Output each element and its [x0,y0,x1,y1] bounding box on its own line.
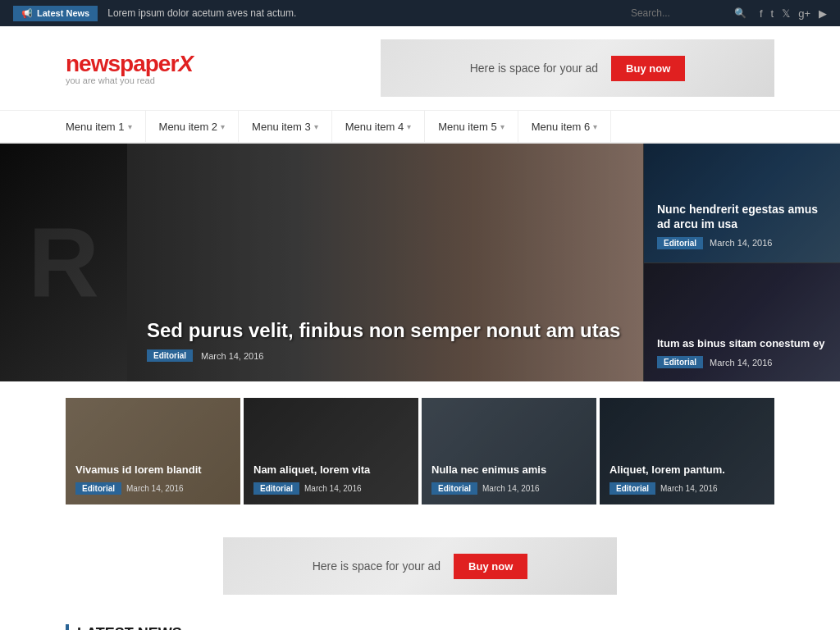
nav-label-6: Menu item 6 [532,121,591,133]
chevron-down-icon: ▾ [500,122,504,131]
hero-main-title: Sed purus velit, finibus non semper nonu… [147,317,623,343]
decorative-letter: R [28,206,99,319]
nav-label-5: Menu item 5 [438,121,497,133]
section-accent-bar [66,624,69,630]
ad-buy-now-button[interactable]: Buy now [454,554,527,579]
facebook-icon[interactable]: f [760,7,763,20]
megaphone-icon: 📢 [21,8,33,19]
card-2-title: Nam aliquet, lorem vita [253,463,409,477]
header-ad-text: Here is space for your ad [470,62,598,75]
chevron-down-icon: ▾ [221,122,225,131]
hero-right-top-article[interactable]: Nunc hendrerit egestas amus ad arcu im u… [643,144,840,263]
googleplus-icon[interactable]: g+ [798,7,810,20]
hero-right-bottom-content: Itum as binus sitam conestum ey Editoria… [657,337,827,368]
nav-label-1: Menu item 1 [66,121,125,133]
card-4-badge[interactable]: Editorial [609,482,655,495]
top-bar: 📢 Latest News Lorem ipsum dolor acetum a… [0,0,840,26]
site-header: newspaperX you are what you read Here is… [0,26,840,111]
card-4-content: Aliquet, lorem pantum. Editorial March 1… [609,463,765,495]
card-2-badge[interactable]: Editorial [253,482,299,495]
card-3-meta: Editorial March 14, 2016 [431,482,587,495]
chevron-down-icon: ▾ [407,122,411,131]
hero-section: R Sed purus velit, finibus non semper no… [0,144,840,381]
card-2-date: March 14, 2016 [304,484,362,493]
card-1-meta: Editorial March 14, 2016 [75,482,231,495]
logo-tagline: you are what you read [66,75,193,85]
hero-main-article[interactable]: Sed purus velit, finibus non semper nonu… [127,144,643,381]
hero-right-top-title: Nunc hendrerit egestas amus ad arcu im u… [657,202,827,231]
logo-wordmark: newspaperX [66,51,193,77]
card-1-date: March 14, 2016 [126,484,184,493]
nav-item-3[interactable]: Menu item 3 ▾ [239,111,332,142]
latest-news-label: LATEST NEWS [77,625,182,631]
latest-news-badge: 📢 Latest News [13,6,98,21]
latest-news-heading: LATEST NEWS [66,624,774,630]
latest-news-section: LATEST NEWS [0,611,840,630]
hero-main-date: March 14, 2016 [201,351,263,361]
ad-banner-text: Here is space for your ad [313,559,441,573]
social-icons: f t 𝕏 g+ ▶ [760,7,827,20]
main-navigation: Menu item 1 ▾ Menu item 2 ▾ Menu item 3 … [0,111,840,144]
hero-right-bottom-title: Itum as binus sitam conestum ey [657,337,827,351]
card-2-meta: Editorial March 14, 2016 [253,482,409,495]
twitter-icon[interactable]: 𝕏 [782,7,790,20]
hero-right-bottom-article[interactable]: Itum as binus sitam conestum ey Editoria… [643,263,840,382]
site-logo[interactable]: newspaperX you are what you read [66,51,193,85]
card-2-content: Nam aliquet, lorem vita Editorial March … [253,463,409,495]
nav-label-3: Menu item 3 [252,121,311,133]
hero-right-top-date: March 14, 2016 [710,238,772,248]
header-buy-now-button[interactable]: Buy now [611,56,685,81]
hero-right-top-badge[interactable]: Editorial [657,237,703,249]
ad-banner-section: Here is space for your ad Buy now [0,521,840,611]
header-ad-banner: Here is space for your ad Buy now [381,39,774,97]
chevron-down-icon: ▾ [314,122,318,131]
ticker-text: Lorem ipsum dolor acetum aves nat actum. [107,7,631,19]
nav-item-5[interactable]: Menu item 5 ▾ [425,111,518,142]
search-area[interactable]: 🔍 [631,7,746,19]
hero-main-badge[interactable]: Editorial [147,349,193,362]
nav-item-6[interactable]: Menu item 6 ▾ [518,111,612,142]
card-1[interactable]: Vivamus id lorem blandit Editorial March… [66,398,240,504]
card-3[interactable]: Nulla nec enimus amis Editorial March 14… [422,398,596,504]
hero-left-decoration: R [0,144,127,381]
latest-news-label: Latest News [37,8,89,18]
logo-name: newspaper [66,51,178,76]
card-1-content: Vivamus id lorem blandit Editorial March… [75,463,231,495]
nav-item-4[interactable]: Menu item 4 ▾ [332,111,426,142]
nav-item-1[interactable]: Menu item 1 ▾ [66,111,146,142]
hero-right-bottom-meta: Editorial March 14, 2016 [657,356,827,368]
hero-right-top-meta: Editorial March 14, 2016 [657,237,827,249]
chevron-down-icon: ▾ [128,122,132,131]
hero-right-bottom-badge[interactable]: Editorial [657,356,703,368]
nav-item-2[interactable]: Menu item 2 ▾ [146,111,240,142]
card-4-date: March 14, 2016 [660,484,718,493]
tumblr-icon[interactable]: t [771,7,774,20]
cards-grid: Vivamus id lorem blandit Editorial March… [66,398,774,504]
card-3-date: March 14, 2016 [482,484,540,493]
search-input[interactable] [631,7,729,19]
card-4-title: Aliquet, lorem pantum. [609,463,765,477]
chevron-down-icon: ▾ [593,122,597,131]
card-3-title: Nulla nec enimus amis [431,463,587,477]
card-4[interactable]: Aliquet, lorem pantum. Editorial March 1… [600,398,774,504]
card-3-content: Nulla nec enimus amis Editorial March 14… [431,463,587,495]
card-3-badge[interactable]: Editorial [431,482,477,495]
cards-section: Vivamus id lorem blandit Editorial March… [0,381,840,521]
card-2[interactable]: Nam aliquet, lorem vita Editorial March … [244,398,418,504]
hero-right-panel: Nunc hendrerit egestas amus ad arcu im u… [643,144,840,381]
ad-banner-inner: Here is space for your ad Buy now [223,537,617,595]
card-1-title: Vivamus id lorem blandit [75,463,231,477]
search-icon[interactable]: 🔍 [734,7,746,19]
nav-label-2: Menu item 2 [159,121,218,133]
card-4-meta: Editorial March 14, 2016 [609,482,765,495]
hero-right-top-content: Nunc hendrerit egestas amus ad arcu im u… [657,202,827,249]
logo-suffix: X [178,51,193,76]
youtube-icon[interactable]: ▶ [819,7,827,20]
nav-label-4: Menu item 4 [345,121,404,133]
hero-main-meta: Editorial March 14, 2016 [147,349,623,362]
hero-main-content: Sed purus velit, finibus non semper nonu… [147,317,623,362]
card-1-badge[interactable]: Editorial [75,482,121,495]
hero-right-bottom-date: March 14, 2016 [710,358,772,368]
